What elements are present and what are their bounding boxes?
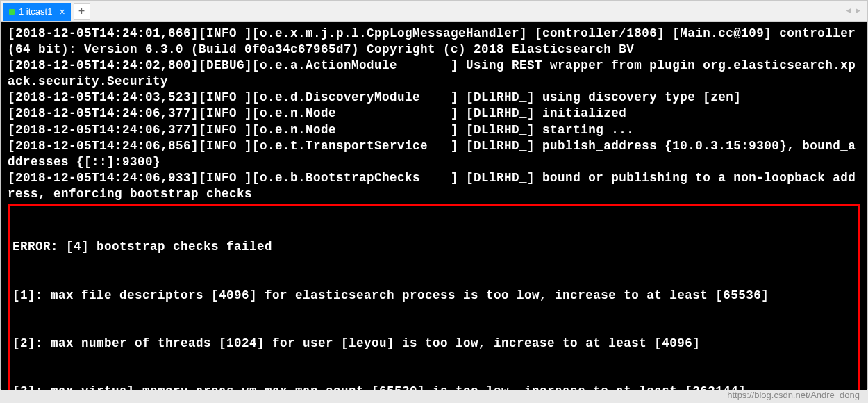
- tab-itcast1[interactable]: 1 itcast1 ×: [3, 3, 71, 21]
- error-highlight-box: ERROR: [4] bootstrap checks failed [1]: …: [8, 204, 860, 390]
- log-line: [2018-12-05T14:24:06,377][INFO ][o.e.n.N…: [8, 122, 860, 138]
- next-tab-icon[interactable]: ►: [854, 6, 862, 16]
- log-line: [2018-12-05T14:24:03,523][INFO ][o.e.d.D…: [8, 90, 860, 106]
- error-line: [1]: max file descriptors [4096] for ela…: [12, 288, 856, 304]
- tab-label: 1 itcast1: [19, 6, 52, 17]
- close-icon[interactable]: ×: [59, 6, 65, 17]
- log-line: [2018-12-05T14:24:06,933][INFO ][o.e.b.B…: [8, 170, 860, 202]
- error-line: [3]: max virtual memory areas vm.max_map…: [12, 384, 856, 390]
- error-header: ERROR: [4] bootstrap checks failed: [12, 239, 856, 255]
- log-line: [2018-12-05T14:24:06,377][INFO ][o.e.n.N…: [8, 106, 860, 122]
- tab-bar: 1 itcast1 × + ◄ ►: [1, 1, 867, 22]
- terminal-output[interactable]: [2018-12-05T14:24:01,666][INFO ][o.e.x.m…: [1, 22, 867, 390]
- prev-tab-icon[interactable]: ◄: [845, 6, 853, 16]
- connection-status-dot: [9, 9, 15, 15]
- add-tab-button[interactable]: +: [74, 3, 90, 20]
- log-line: [2018-12-05T14:24:01,666][INFO ][o.e.x.m…: [8, 26, 860, 58]
- watermark-text: https://blog.csdn.net/Andre_dong: [727, 390, 860, 400]
- app-window: 1 itcast1 × + ◄ ► [2018-12-05T14:24:01,6…: [0, 0, 868, 389]
- error-line: [2]: max number of threads [1024] for us…: [12, 336, 856, 352]
- log-line: [2018-12-05T14:24:02,800][DEBUG][o.e.a.A…: [8, 58, 860, 90]
- log-line: [2018-12-05T14:24:06,856][INFO ][o.e.t.T…: [8, 138, 860, 170]
- tab-nav-arrows: ◄ ►: [845, 6, 862, 16]
